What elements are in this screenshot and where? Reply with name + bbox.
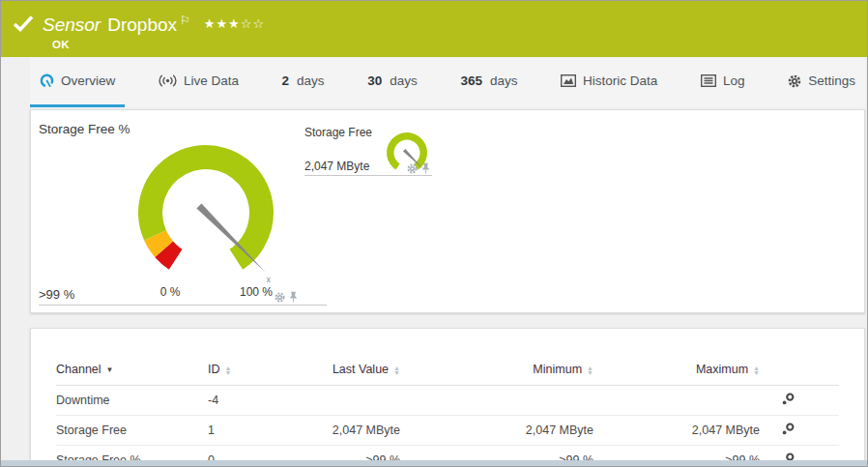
gauge-max-label: 100 %: [235, 285, 277, 299]
gauge-icon: [40, 73, 54, 88]
overview-panel: Storage Free % x >99 % 0 % 100 % Storage…: [30, 109, 865, 313]
sort-icon: ▲▼: [225, 365, 232, 375]
channel-name: Storage Free: [56, 416, 208, 446]
tab-unit: days: [390, 73, 418, 88]
svg-text:x: x: [267, 275, 272, 284]
tab-settings[interactable]: Settings: [778, 57, 865, 107]
broadcast-icon: [159, 74, 177, 87]
channel-maximum: 2,047 MByte: [593, 416, 760, 446]
tab-unit: days: [490, 73, 518, 88]
sort-icon: ▲▼: [753, 365, 760, 375]
tab-unit: days: [297, 73, 325, 88]
widget-pin-icon[interactable]: [421, 162, 430, 174]
channel-settings-icon[interactable]: [781, 425, 796, 439]
tab-30-days[interactable]: 30days: [358, 57, 427, 107]
column-header-maximum[interactable]: Maximum▲▼: [593, 358, 760, 386]
widget-gear-icon[interactable]: [407, 163, 418, 174]
widget-pin-icon[interactable]: [289, 291, 298, 303]
tab-label: Settings: [808, 73, 855, 88]
channel-last-value: [285, 386, 400, 416]
channel-minimum: [400, 386, 593, 416]
column-header-id[interactable]: ID▲▼: [208, 358, 285, 386]
tab-number: 365: [460, 73, 482, 88]
tab-number: 30: [367, 73, 382, 88]
column-header-last-value[interactable]: Last Value▲▼: [285, 358, 400, 386]
tab-label: Live Data: [184, 73, 239, 88]
tab-2-days[interactable]: 2days: [273, 57, 334, 107]
object-kind-label: Sensor: [43, 15, 101, 35]
tab-historic-data[interactable]: Historic Data: [551, 57, 667, 107]
sensor-name: Dropbox: [107, 15, 177, 35]
area-chart-icon: [561, 74, 576, 87]
sort-desc-icon: ▼: [106, 365, 114, 374]
tab-365-days[interactable]: 365days: [450, 57, 527, 107]
gauge-widget-storage-free[interactable]: Storage Free 2,047 MByte: [304, 124, 432, 176]
widget-gear-icon[interactable]: [275, 292, 285, 303]
channels-table: Channel▼ ID▲▼ Last Value▲▼ Minimum▲▼ Max…: [56, 358, 839, 467]
bottom-edge-strip: [1, 460, 867, 466]
tab-bar: Overview Live Data 2days 30days 365days …: [30, 57, 865, 107]
gear-icon: [788, 74, 801, 88]
table-header-row: Channel▼ ID▲▼ Last Value▲▼ Minimum▲▼ Max…: [56, 358, 839, 386]
table-row-downtime: Downtime -4: [56, 386, 839, 416]
channel-maximum: [593, 386, 760, 416]
tab-live-data[interactable]: Live Data: [149, 57, 248, 107]
channel-id: 1: [208, 416, 285, 446]
gauge-chart-storage-free-pct: x: [109, 116, 303, 309]
tab-label: Log: [723, 73, 745, 88]
gauge-widget-storage-free-pct[interactable]: Storage Free % x >99 % 0 % 100 %: [39, 120, 327, 306]
gauge-min-label: 0 %: [153, 285, 188, 299]
prtg-sensor-page: SensorDropbox⚐★★★☆☆ OK Overview Live Dat…: [0, 0, 868, 467]
channel-name: Downtime: [56, 386, 208, 416]
channel-id: -4: [208, 386, 285, 416]
priority-stars[interactable]: ★★★☆☆: [204, 16, 265, 31]
sort-icon: ▲▼: [587, 365, 593, 375]
tab-label: Overview: [61, 73, 115, 88]
page-title: SensorDropbox⚐★★★☆☆: [43, 10, 265, 36]
tab-overview[interactable]: Overview: [30, 57, 125, 107]
tab-log[interactable]: Log: [691, 57, 755, 107]
status-ok-check-icon: [13, 15, 34, 36]
channels-panel: Channel▼ ID▲▼ Last Value▲▼ Minimum▲▼ Max…: [30, 328, 865, 462]
column-header-channel[interactable]: Channel▼: [56, 358, 208, 386]
flag-icon[interactable]: ⚐: [180, 14, 190, 27]
channel-last-value: 2,047 MByte: [285, 416, 400, 446]
gauge-title: Storage Free: [304, 126, 372, 139]
sensor-header: SensorDropbox⚐★★★☆☆ OK: [1, 1, 867, 57]
column-header-minimum[interactable]: Minimum▲▼: [400, 358, 593, 386]
table-row-storage-free: Storage Free 1 2,047 MByte 2,047 MByte 2…: [56, 416, 839, 446]
log-list-icon: [701, 74, 716, 87]
channel-minimum: 2,047 MByte: [400, 416, 593, 446]
gauge-current-value: 2,047 MByte: [304, 160, 369, 173]
tab-label: Historic Data: [583, 73, 657, 88]
gauge-current-value: >99 %: [39, 287, 74, 302]
sort-icon: ▲▼: [393, 365, 400, 375]
tab-number: 2: [282, 73, 290, 88]
channel-settings-icon[interactable]: [781, 395, 796, 409]
status-badge: OK: [52, 39, 265, 50]
